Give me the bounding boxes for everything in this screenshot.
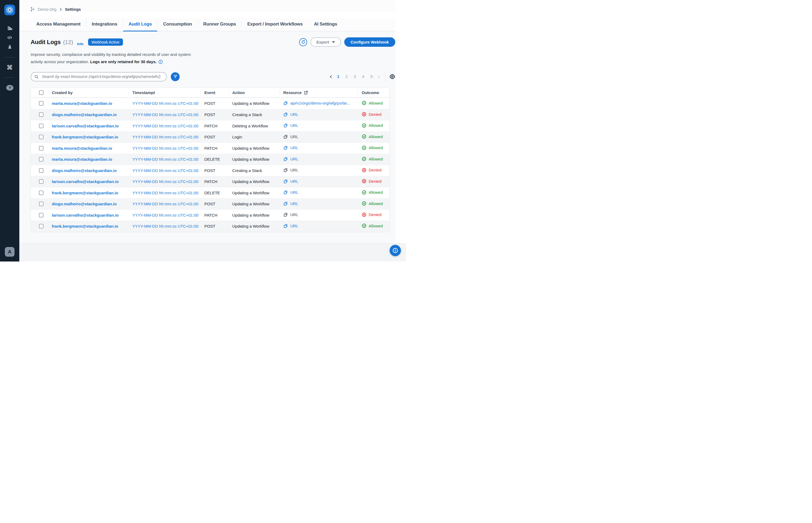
row-checkbox[interactable] bbox=[39, 112, 43, 117]
select-all-checkbox[interactable] bbox=[39, 90, 43, 95]
check-circle-icon bbox=[362, 134, 366, 139]
next-page-button[interactable] bbox=[376, 75, 382, 79]
check-circle-icon bbox=[362, 157, 366, 161]
app-logo-icon[interactable] bbox=[4, 4, 15, 15]
timestamp-value: YYYY-MM-DD hh:mm:ss UTC+01:00 bbox=[132, 112, 199, 117]
resource-link[interactable]: URL bbox=[283, 145, 298, 150]
rocket-icon[interactable] bbox=[5, 43, 15, 51]
copy-icon bbox=[283, 112, 288, 116]
breadcrumb: Demo-Org Settings bbox=[31, 7, 395, 12]
tab-ai-settings[interactable]: AI Settings bbox=[308, 18, 343, 31]
created-by-link[interactable]: diogo.malheiro@stackguardian.io bbox=[52, 202, 116, 206]
page-1[interactable]: 1 bbox=[334, 74, 342, 79]
created-by-link[interactable]: marta.moura@stackguardian.io bbox=[52, 146, 112, 150]
rocket-badge-icon[interactable] bbox=[5, 84, 15, 92]
column-resource: Resource bbox=[280, 88, 358, 97]
created-by-link[interactable]: larison.carvalho@stackguardian.io bbox=[52, 179, 119, 184]
copy-icon bbox=[283, 223, 288, 228]
row-checkbox[interactable] bbox=[39, 157, 43, 162]
event-value: DELETE bbox=[201, 191, 228, 195]
tab-export-import-workflows[interactable]: Export / Import Workflows bbox=[242, 18, 308, 31]
created-by-link[interactable]: frank.bergmann@stackguardian.io bbox=[52, 224, 118, 229]
row-checkbox[interactable] bbox=[39, 146, 43, 150]
external-link-icon[interactable] bbox=[304, 90, 308, 95]
resource-link[interactable]: URL bbox=[283, 157, 298, 161]
page-4[interactable]: 4 bbox=[359, 74, 367, 79]
row-checkbox[interactable] bbox=[39, 202, 43, 206]
info-link[interactable]: Info bbox=[77, 42, 83, 47]
copy-icon bbox=[283, 201, 288, 206]
check-circle-icon bbox=[362, 190, 366, 195]
row-checkbox[interactable] bbox=[39, 134, 43, 139]
command-icon[interactable]: ⌘ bbox=[5, 64, 15, 72]
resource-link[interactable]: api/v1/orgs/demo-org/wfgrps/lar... bbox=[283, 101, 350, 105]
x-circle-icon bbox=[362, 179, 366, 184]
table-settings-gear-icon[interactable] bbox=[389, 74, 395, 79]
row-checkbox[interactable] bbox=[39, 101, 43, 106]
row-checkbox[interactable] bbox=[39, 213, 43, 217]
created-by-link[interactable]: marta.moura@stackguardian.io bbox=[52, 101, 112, 106]
row-checkbox[interactable] bbox=[39, 224, 43, 229]
resource-link[interactable]: URL bbox=[283, 134, 298, 139]
page-numbers: 12345 bbox=[334, 74, 376, 79]
resource-link[interactable]: URL bbox=[283, 123, 298, 128]
copy-icon bbox=[283, 168, 288, 172]
help-info-fab[interactable] bbox=[390, 245, 401, 256]
outcome-badge: Denied bbox=[362, 212, 381, 217]
resource-link[interactable]: URL bbox=[283, 112, 298, 116]
refresh-button[interactable] bbox=[299, 38, 307, 46]
outcome-badge: Denied bbox=[362, 168, 381, 173]
created-by-link[interactable]: diogo.malheiro@stackguardian.io bbox=[52, 112, 116, 117]
x-circle-icon bbox=[362, 168, 366, 173]
page-2[interactable]: 2 bbox=[342, 74, 351, 79]
action-value: Login bbox=[228, 134, 280, 139]
resource-link[interactable]: URL bbox=[283, 179, 298, 184]
page-title: Audit Logs bbox=[31, 39, 61, 46]
event-value: POST bbox=[201, 202, 228, 206]
tab-access-management[interactable]: Access Management bbox=[31, 18, 86, 31]
page-3[interactable]: 3 bbox=[351, 74, 359, 79]
row-checkbox[interactable] bbox=[39, 191, 43, 195]
code-icon[interactable] bbox=[5, 34, 15, 42]
tab-integrations[interactable]: Integrations bbox=[86, 18, 123, 31]
timestamp-value: YYYY-MM-DD hh:mm:ss UTC+01:00 bbox=[132, 179, 199, 184]
event-value: PATCH bbox=[201, 179, 228, 184]
resource-link[interactable]: URL bbox=[283, 212, 298, 217]
x-circle-icon bbox=[362, 112, 366, 116]
action-value: Updating a Workflow bbox=[228, 157, 280, 162]
configure-webhook-button[interactable]: Configure Webhook bbox=[344, 37, 395, 47]
scrollbar-gutter[interactable] bbox=[395, 0, 406, 243]
table-row: diogo.malheiro@stackguardian.ioYYYY-MM-D… bbox=[31, 198, 389, 210]
page-5[interactable]: 5 bbox=[367, 74, 376, 79]
resource-link[interactable]: URL bbox=[283, 201, 298, 206]
row-checkbox[interactable] bbox=[39, 168, 43, 173]
tab-runner-groups[interactable]: Runner Groups bbox=[197, 18, 242, 31]
resource-link[interactable]: URL bbox=[283, 223, 298, 228]
chevron-right-icon bbox=[59, 7, 62, 11]
export-button[interactable]: Export bbox=[310, 37, 341, 47]
created-by-link[interactable]: frank.bergmann@stackguardian.io bbox=[52, 134, 118, 139]
caret-down-icon bbox=[332, 41, 335, 43]
bar-chart-icon[interactable] bbox=[5, 24, 15, 32]
breadcrumb-org[interactable]: Demo-Org bbox=[38, 7, 56, 12]
created-by-link[interactable]: diogo.malheiro@stackguardian.io bbox=[52, 168, 116, 173]
created-by-link[interactable]: marta.moura@stackguardian.io bbox=[52, 157, 112, 162]
resource-link[interactable]: URL bbox=[283, 168, 298, 172]
tab-audit-logs[interactable]: Audit Logs bbox=[123, 18, 158, 31]
created-by-link[interactable]: larison.carvalho@stackguardian.io bbox=[52, 213, 119, 217]
resource-link[interactable]: URL bbox=[283, 190, 298, 195]
row-checkbox[interactable] bbox=[39, 179, 43, 184]
event-value: POST bbox=[201, 134, 228, 139]
prev-page-button[interactable] bbox=[328, 75, 334, 79]
tab-consumption[interactable]: Consumption bbox=[157, 18, 197, 31]
row-checkbox[interactable] bbox=[39, 124, 43, 128]
created-by-link[interactable]: frank.bergmann@stackguardian.io bbox=[52, 191, 118, 195]
timestamp-value: YYYY-MM-DD hh:mm:ss UTC+01:00 bbox=[132, 213, 199, 217]
outcome-badge: Allowed bbox=[362, 101, 383, 105]
copy-icon bbox=[283, 123, 288, 128]
created-by-link[interactable]: larison.carvalho@stackguardian.io bbox=[52, 124, 119, 128]
search-input[interactable] bbox=[31, 72, 167, 82]
filter-button[interactable] bbox=[171, 72, 180, 81]
user-avatar[interactable]: A bbox=[5, 247, 15, 257]
info-circle-icon[interactable] bbox=[158, 59, 163, 66]
